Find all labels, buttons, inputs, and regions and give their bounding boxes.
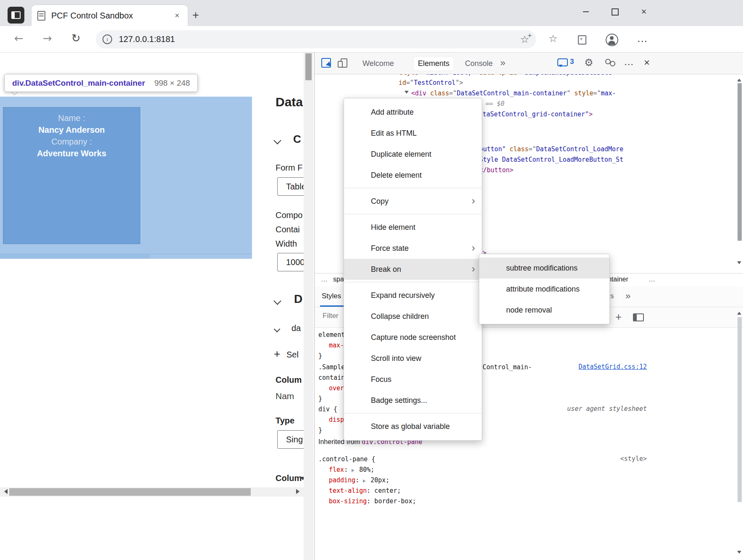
menu-item[interactable]: Focus bbox=[344, 369, 482, 390]
tab-elements[interactable]: Elements bbox=[414, 57, 454, 71]
add-favorite-icon[interactable]: ☆ bbox=[520, 34, 529, 45]
scroll-left-icon[interactable] bbox=[2, 489, 8, 494]
tab-styles[interactable]: Styles bbox=[322, 292, 341, 300]
submenu-arrow-icon: › bbox=[472, 195, 475, 207]
new-tab-button[interactable]: + bbox=[192, 9, 199, 21]
elements-scroll-thumb[interactable] bbox=[738, 83, 742, 241]
breadcrumb-ellipsis[interactable]: … bbox=[648, 276, 655, 283]
menu-item[interactable]: Force state› bbox=[344, 238, 482, 259]
forward-button[interactable]: → bbox=[43, 32, 52, 45]
inspect-element-icon[interactable] bbox=[321, 58, 331, 68]
inspect-highlight-edge bbox=[0, 254, 252, 254]
url-text: 127.0.0.1:8181 bbox=[119, 34, 520, 44]
vertical-scrollbar[interactable] bbox=[304, 53, 313, 560]
connection-icon[interactable] bbox=[605, 59, 615, 66]
styles-scroll-thumb[interactable] bbox=[738, 317, 742, 502]
scroll-down-icon[interactable] bbox=[737, 261, 741, 266]
scroll-up-icon[interactable] bbox=[737, 310, 741, 315]
menu-item-label: Duplicate element bbox=[371, 150, 431, 159]
menu-item[interactable]: Delete element bbox=[344, 165, 482, 186]
favorites-icon[interactable]: ☆ bbox=[549, 33, 558, 45]
menu-item[interactable]: subtree modifications bbox=[479, 258, 609, 279]
chevron-down-icon[interactable] bbox=[273, 137, 281, 144]
record-card: Name : Nancy Anderson Company : Adventur… bbox=[3, 112, 140, 159]
devtools-close-icon[interactable]: × bbox=[644, 57, 650, 68]
menu-item[interactable]: node removal bbox=[479, 300, 609, 321]
browser-tab[interactable]: PCF Control Sandbox × bbox=[32, 5, 188, 26]
window-maximize-button[interactable] bbox=[605, 3, 625, 20]
browser-menu-icon[interactable]: … bbox=[637, 32, 648, 45]
chevron-down-icon[interactable] bbox=[274, 326, 281, 333]
window-close-button[interactable]: × bbox=[634, 3, 654, 20]
code-fragment: id="TestControl"> bbox=[399, 79, 463, 87]
breadcrumb-ellipsis[interactable]: … bbox=[321, 276, 328, 283]
add-icon[interactable]: + bbox=[274, 347, 280, 360]
menu-item[interactable]: Expand recursively bbox=[344, 285, 482, 306]
form-factor-select[interactable]: Table bbox=[277, 177, 304, 196]
menu-item[interactable]: Break on› bbox=[344, 259, 482, 280]
tab-close-icon[interactable]: × bbox=[172, 10, 182, 21]
menu-item[interactable]: Badge settings... bbox=[344, 390, 482, 411]
scroll-down-icon[interactable] bbox=[737, 551, 741, 556]
form-factor-label: Form F bbox=[276, 163, 302, 173]
sidebar-toggle-icon[interactable] bbox=[633, 313, 644, 321]
menu-item[interactable]: Collapse children bbox=[344, 306, 482, 327]
titlebar: PCF Control Sandbox × + × bbox=[0, 0, 743, 26]
horizontal-scrollbar[interactable] bbox=[0, 487, 304, 497]
tab-title: PCF Control Sandbox bbox=[51, 11, 172, 21]
address-bar[interactable]: 127.0.0.1:8181 ☆ bbox=[96, 30, 536, 48]
stylesheet-link[interactable]: DataSetGrid.css:12 bbox=[578, 363, 647, 371]
menu-item[interactable]: attribute modifications bbox=[479, 279, 609, 300]
more-panels-icon[interactable]: » bbox=[625, 291, 630, 302]
columns-label: Colum bbox=[276, 375, 302, 385]
width-input[interactable]: 1000 bbox=[277, 253, 304, 271]
new-style-rule-icon[interactable]: + bbox=[615, 310, 622, 323]
more-tabs-icon[interactable]: » bbox=[500, 58, 505, 68]
issues-count: 3 bbox=[570, 58, 574, 66]
menu-item[interactable]: Copy› bbox=[344, 191, 482, 212]
issues-icon[interactable] bbox=[557, 58, 568, 66]
collections-icon[interactable] bbox=[578, 35, 586, 45]
expand-arrow-icon[interactable] bbox=[404, 91, 409, 96]
tab-console[interactable]: Console bbox=[461, 57, 497, 71]
workspace-icon[interactable] bbox=[8, 7, 24, 24]
active-tab-underline bbox=[320, 305, 345, 307]
clipped-tab-label[interactable]: s bbox=[610, 292, 614, 300]
back-button[interactable]: ← bbox=[14, 32, 24, 45]
menu-item[interactable]: Hide element bbox=[344, 217, 482, 238]
profile-avatar[interactable] bbox=[606, 34, 618, 46]
code-fragment: .control-pane { bbox=[318, 455, 375, 463]
menu-item-label: Add attribute bbox=[371, 108, 414, 117]
type-label: Type bbox=[276, 416, 294, 426]
scroll-up-icon[interactable] bbox=[737, 76, 741, 82]
settings-gear-icon[interactable]: ⚙ bbox=[584, 57, 593, 68]
refresh-button[interactable]: ↻ bbox=[71, 32, 81, 45]
scroll-right-icon[interactable] bbox=[296, 489, 302, 494]
menu-item[interactable]: Add attribute bbox=[344, 102, 482, 123]
code-fragment: } bbox=[318, 426, 322, 434]
menu-item[interactable]: Edit as HTML bbox=[344, 123, 482, 144]
style-tag-link[interactable]: <style> bbox=[620, 455, 647, 463]
code-fragment: div { bbox=[318, 405, 337, 413]
horizontal-scroll-thumb[interactable] bbox=[9, 488, 251, 496]
device-toolbar-icon[interactable] bbox=[341, 58, 347, 68]
menu-item[interactable]: Store as global variable bbox=[344, 416, 482, 437]
vertical-scroll-thumb[interactable] bbox=[305, 53, 312, 80]
menu-item-label: Force state bbox=[371, 244, 409, 253]
dropdown-caret-icon[interactable] bbox=[300, 477, 304, 483]
type-select[interactable]: Sing bbox=[277, 430, 304, 449]
site-info-icon[interactable] bbox=[102, 34, 112, 44]
menu-item[interactable]: Duplicate element bbox=[344, 144, 482, 165]
menu-item[interactable]: Scroll into view bbox=[344, 348, 482, 369]
window-minimize-button[interactable] bbox=[576, 3, 596, 20]
context-menu: Add attributeEdit as HTMLDuplicate eleme… bbox=[344, 98, 482, 441]
break-on-submenu: subtree modificationsattribute modificat… bbox=[479, 254, 610, 324]
select-column-link[interactable]: Sel bbox=[286, 350, 299, 360]
menu-item[interactable]: Capture node screenshot bbox=[344, 327, 482, 348]
breadcrumb-item[interactable]: spa bbox=[333, 276, 344, 283]
tab-welcome[interactable]: Welcome bbox=[358, 57, 398, 71]
devtools-menu-icon[interactable]: … bbox=[624, 56, 634, 68]
chevron-down-icon[interactable] bbox=[273, 297, 281, 305]
code-fragment: <div class="DataSetControl_main-containe… bbox=[404, 89, 616, 97]
code-fragment: taSetControl_grid-container"> bbox=[483, 110, 593, 118]
